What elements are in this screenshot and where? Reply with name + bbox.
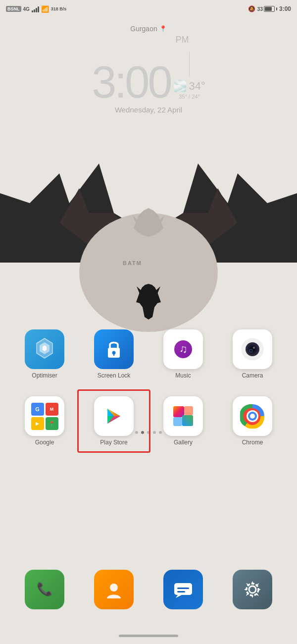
home-indicator[interactable] (119, 635, 178, 637)
clock-row: 3:00 PM 🌫️ 34° 35° / 24° (92, 35, 205, 105)
app-item-chrome[interactable]: Chrome (218, 391, 287, 451)
dock-item-contacts[interactable] (79, 565, 148, 614)
svg-text:📞: 📞 (37, 581, 53, 597)
app-item-screenlock[interactable]: Screen Lock (79, 324, 148, 384)
signal-icon (32, 5, 39, 12)
svg-rect-29 (177, 591, 185, 592)
app-grid-row2: G M ▶ 📍 Google (0, 391, 297, 451)
svg-rect-18 (173, 417, 182, 426)
dock-item-phone[interactable]: 📞 (10, 565, 79, 614)
screenlock-icon[interactable] (94, 329, 134, 369)
contacts-icon[interactable] (94, 570, 134, 609)
svg-rect-17 (182, 415, 193, 426)
clock-area: Gurgaon 📍 3:00 PM 🌫️ 34° 35° / 24° Wedne… (0, 25, 297, 114)
clock-time: 3:00 (92, 60, 170, 105)
google-label: Google (35, 439, 54, 446)
mute-icon: 🔕 (248, 5, 255, 12)
svg-rect-16 (173, 406, 184, 417)
network-type: 4G (23, 6, 30, 12)
status-left: BSNL 4G 📶 318 B/s (6, 5, 66, 13)
date-label: Wednesday, 22 April (115, 106, 182, 114)
svg-text:♫: ♫ (179, 343, 188, 355)
time-display: 3:00 (279, 5, 291, 12)
clock-ampm: PM (175, 35, 189, 45)
location-label: Gurgaon 📍 (130, 25, 166, 33)
svg-rect-19 (184, 406, 193, 415)
music-icon[interactable]: ♫ (163, 329, 203, 369)
location-pin-icon: 📍 (159, 25, 167, 32)
chrome-label: Chrome (242, 439, 263, 446)
app-grid-row1: Optimiser Screen Lock ♫ (0, 324, 297, 384)
location-text: Gurgaon (130, 25, 157, 33)
battery-percent: 33 (257, 6, 263, 12)
wifi-icon: 📶 (41, 5, 49, 13)
settings-icon[interactable] (233, 570, 272, 609)
gallery-icon[interactable] (163, 396, 203, 436)
page-dot-5 (159, 431, 162, 434)
svg-point-12 (253, 347, 255, 349)
camera-icon[interactable] (233, 329, 272, 369)
screenlock-label: Screen Lock (98, 372, 131, 379)
carrier-label: BSNL (6, 6, 21, 12)
app-item-gallery[interactable]: Gallery (148, 391, 218, 451)
app-item-music[interactable]: ♫ Music (148, 324, 218, 384)
dock-item-settings[interactable] (218, 565, 287, 614)
app-item-camera[interactable]: Camera (218, 324, 287, 384)
app-item-google[interactable]: G M ▶ 📍 Google (10, 391, 79, 451)
phone-icon[interactable]: 📞 (25, 570, 64, 609)
status-right: 🔕 33 3:00 (248, 5, 291, 12)
svg-text:BATM: BATM (123, 260, 142, 266)
dock: 📞 (0, 565, 297, 614)
batman-wallpaper: BATM (0, 163, 297, 352)
weather-haze-icon: 🌫️ (173, 80, 187, 93)
optimiser-icon[interactable] (25, 329, 64, 369)
weather-temp-range: 35° / 24° (179, 94, 199, 100)
svg-rect-28 (177, 588, 189, 589)
dock-item-messages[interactable] (148, 565, 218, 614)
gallery-label: Gallery (174, 439, 193, 446)
svg-point-24 (250, 414, 255, 419)
playstore-highlight (77, 389, 150, 453)
svg-point-26 (110, 584, 118, 591)
optimiser-label: Optimiser (32, 372, 57, 379)
music-label: Music (175, 372, 191, 379)
weather-temp-main: 34° (189, 80, 205, 93)
page-dot-4 (153, 431, 156, 434)
app-item-playstore[interactable]: Play Store (79, 391, 148, 451)
speed-label: 318 B/s (51, 6, 67, 11)
chrome-icon[interactable] (233, 396, 272, 436)
messages-icon[interactable] (163, 570, 203, 609)
google-icon[interactable]: G M ▶ 📍 (25, 396, 64, 436)
status-bar: BSNL 4G 📶 318 B/s 🔕 33 3:00 (0, 0, 297, 18)
weather-block: 🌫️ 34° 35° / 24° (173, 80, 205, 100)
svg-point-30 (249, 586, 256, 593)
battery-indicator: 33 (257, 6, 277, 12)
camera-label: Camera (242, 372, 263, 379)
app-item-optimiser[interactable]: Optimiser (10, 324, 79, 384)
